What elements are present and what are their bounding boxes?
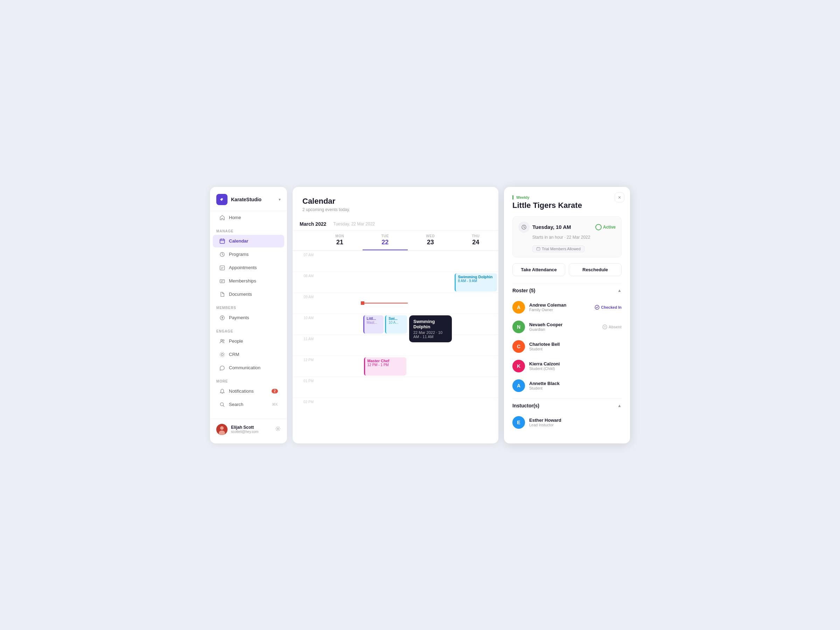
main-panel: Calendar 2 upcoming events today. March … [293, 187, 498, 444]
day-col-thu[interactable]: THU 24 [453, 231, 499, 250]
detail-badge: Weekly [512, 195, 622, 199]
settings-icon[interactable] [275, 426, 281, 433]
roster-role-nevaeh: Guardian [529, 327, 598, 332]
roster-title: Roster (5) [512, 288, 535, 293]
roster-info-charlotee: Charlotee Bell Student [529, 342, 622, 351]
event-swimming-thu[interactable]: Swimming Dolphin 8 AM - 9 AM [455, 273, 497, 292]
roster-role-andrew: Family Owner [529, 308, 591, 312]
notifications-badge: 2 [272, 389, 278, 393]
sidebar-label-appointments: Appointments [229, 265, 257, 270]
time-cell-thu-09 [453, 293, 499, 314]
time-cell-mon-09 [317, 293, 363, 314]
day-num-mon: 21 [319, 239, 361, 246]
calendar-title: Calendar [302, 197, 489, 206]
event-little-tigers[interactable]: Littl... Mast... [363, 315, 384, 333]
event-swimming-small[interactable]: Swi... 10 A... [385, 315, 407, 333]
svg-point-11 [220, 426, 224, 430]
roster-header[interactable]: Roster (5) ▲ [512, 283, 622, 297]
day-name-mon: MON [319, 234, 361, 238]
roster-avatar-andrew: A [512, 301, 525, 314]
day-headers: MON 21 TUE 22 WED 23 THU 24 [293, 231, 498, 251]
sidebar-item-people[interactable]: People [213, 335, 284, 347]
roster-name-nevaeh: Nevaeh Cooper [529, 322, 598, 327]
footer-user-email: scotteli@hey.com [231, 430, 272, 434]
detail-time-main: Tuesday, 10 AM [518, 221, 571, 233]
roster-item-annette[interactable]: A Annette Black Student [512, 376, 622, 395]
svg-point-5 [221, 339, 223, 341]
popup-subtitle: 22 Mar 2022 · 10 AM - 11 AM [413, 330, 448, 339]
event-sub: 10 A... [388, 321, 404, 324]
detail-close-button[interactable]: × [614, 193, 624, 202]
sidebar-item-documents[interactable]: Documents [213, 288, 284, 301]
cal-date-sub: Tuesday, 22 Mar 2022 [333, 221, 375, 226]
sidebar-item-communication[interactable]: Communication [213, 362, 284, 374]
instructors-header[interactable]: Instuctor(s) ▲ [512, 398, 622, 413]
day-col-wed[interactable]: WED 23 [408, 231, 453, 250]
app-container: KarateStudio ▾ Home Manage Calendar Prog… [210, 187, 630, 444]
take-attendance-button[interactable]: Take Attendance [512, 263, 565, 276]
roster-info-kierra: Kierra Calzoni Student (Child) [529, 361, 622, 371]
sidebar-footer: Elijah Scott scotteli@hey.com [210, 418, 287, 436]
people-icon [219, 338, 226, 344]
sidebar: KarateStudio ▾ Home Manage Calendar Prog… [210, 187, 287, 444]
detail-title: Little Tigers Karate [512, 201, 622, 210]
brand-chevron-icon: ▾ [279, 197, 281, 202]
roster-name-kierra: Kierra Calzoni [529, 361, 622, 366]
time-cell-mon-11 [317, 335, 363, 355]
roster-info-annette: Annette Black Student [529, 381, 622, 390]
event-swimming-popup[interactable]: Swmming Dolphin 22 Mar 2022 · 10 AM - 11… [409, 315, 452, 342]
sidebar-label-crm: CRM [229, 352, 239, 357]
svg-point-6 [223, 339, 224, 341]
time-cell-thu-08: Swimming Dolphin 8 AM - 9 AM [453, 272, 499, 293]
sidebar-item-programs[interactable]: Programs [213, 248, 284, 261]
cal-month: March 2022 [300, 221, 326, 227]
time-label-07am: 07 AM [293, 251, 317, 272]
sidebar-item-search[interactable]: Search ⌘K [213, 398, 284, 411]
sidebar-item-memberships[interactable]: Memberships [213, 275, 284, 287]
time-cell-thu-10 [453, 314, 499, 335]
roster-name-annette: Annette Black [529, 381, 622, 386]
sidebar-item-appointments[interactable]: Appointments [213, 261, 284, 274]
roster-role-charlotee: Student [529, 347, 622, 351]
memberships-icon [219, 278, 226, 284]
sidebar-item-notifications[interactable]: Notifications 2 [213, 385, 284, 398]
roster-item-andrew[interactable]: A Andrew Coleman Family Owner Checked In [512, 297, 622, 317]
detail-time-row: Tuesday, 10 AM Active [518, 221, 616, 233]
day-col-mon[interactable]: MON 21 [317, 231, 363, 250]
calendar-header: Calendar 2 upcoming events today. [293, 187, 498, 218]
event-master-chef[interactable]: Master Chef 12 PM - 1 PM [364, 357, 407, 376]
roster-avatar-annette: A [512, 379, 525, 392]
time-label-01pm: 01 PM [293, 377, 317, 398]
time-icon [518, 221, 529, 233]
sidebar-section-more: More [210, 374, 287, 385]
roster-item-kierra[interactable]: K Kierra Calzoni Student (Child) [512, 356, 622, 376]
roster-status-andrew: Checked In [595, 305, 622, 310]
brand-icon [216, 194, 227, 205]
time-label-09am: 09 AM [293, 293, 317, 314]
roster-item-esther[interactable]: E Esther Howard Lead Instuctor [512, 413, 622, 432]
reschedule-button[interactable]: Reschedule [569, 263, 622, 276]
day-col-tue[interactable]: TUE 22 [363, 231, 408, 250]
brand[interactable]: KarateStudio ▾ [210, 194, 287, 211]
roster-item-charlotee[interactable]: C Charlotee Bell Student [512, 337, 622, 356]
sidebar-label-home: Home [229, 215, 241, 220]
sidebar-item-home[interactable]: Home [213, 212, 284, 224]
active-badge: Active [595, 224, 616, 230]
sidebar-label-payments: Payments [229, 315, 249, 320]
sidebar-label-search: Search [229, 402, 243, 407]
event-time: 8 AM - 9 AM [458, 279, 495, 283]
roster-item-nevaeh[interactable]: N Nevaeh Cooper Guardian Absent [512, 317, 622, 337]
communication-icon [219, 365, 226, 371]
sidebar-label-memberships: Memberships [229, 278, 256, 284]
calendar-nav: March 2022 Tuesday, 22 Mar 2022 [293, 218, 498, 231]
event-title: Master Chef [368, 359, 404, 363]
calendar-icon [219, 238, 226, 244]
trial-text: Trial Members Allowed [542, 247, 581, 251]
time-rows: 07 AM 08 AM Swimming Dolphin 8 AM - 9 AM [293, 251, 498, 418]
time-grid: 07 AM 08 AM Swimming Dolphin 8 AM - 9 AM [293, 251, 498, 444]
sidebar-item-crm[interactable]: CRM [213, 348, 284, 361]
sidebar-item-calendar[interactable]: Calendar [213, 235, 284, 248]
roster-avatar-esther: E [512, 416, 525, 429]
sidebar-item-payments[interactable]: Payments [213, 311, 284, 324]
time-label-08am: 08 AM [293, 272, 317, 293]
